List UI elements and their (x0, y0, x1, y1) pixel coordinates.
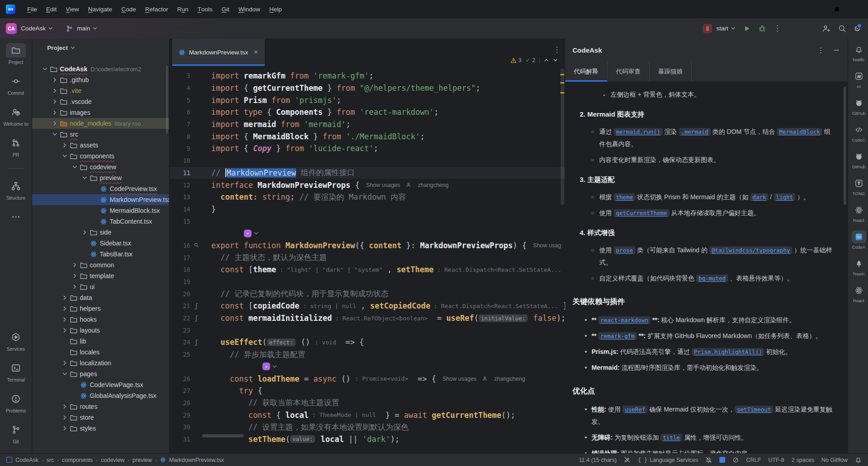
search-everywhere-button[interactable] (838, 25, 846, 33)
code-line-13[interactable]: 13 content: string; // 要渲染的 Markdown 内容 (170, 191, 565, 203)
code-line-29[interactable]: 29 const { local : ThemeMode | null } = … (170, 409, 565, 421)
code-line-17[interactable]: 17 // 主题状态，默认为深色主题 (170, 251, 565, 264)
status-bell-off[interactable] (705, 456, 712, 463)
menu-file[interactable]: File (23, 0, 42, 18)
inline-code-link[interactable]: bg-muted (696, 275, 728, 282)
inline-code-link[interactable]: useRef (622, 406, 647, 413)
usages-gutter-icon[interactable] (190, 242, 202, 248)
chevron-right-icon[interactable] (51, 99, 58, 104)
tree-row-markdownpreview.tsx[interactable]: MarkdownPreview.tsx (32, 194, 169, 205)
tree-row-src[interactable]: src (32, 129, 169, 140)
chevron-right-icon[interactable] (61, 415, 68, 420)
tool-button-github[interactable]: GitHub (849, 97, 868, 116)
status-blocked[interactable] (732, 457, 739, 463)
tree-row-routes[interactable]: routes (32, 401, 169, 412)
inspections-widget[interactable]: 3 ✓2 (510, 57, 558, 64)
tree-row-components[interactable]: components (32, 151, 169, 162)
status-bell[interactable] (855, 456, 862, 463)
chevron-down-icon[interactable] (61, 371, 68, 377)
chevron-right-icon[interactable] (61, 142, 68, 148)
tree-row-layouts[interactable]: layouts (32, 325, 169, 336)
inline-code-link[interactable]: setTimeout (735, 406, 773, 413)
code-line-14[interactable]: 14} (170, 203, 565, 216)
menu-run[interactable]: Run (173, 0, 193, 18)
inline-code-link[interactable]: Prism.highlightAll() (692, 348, 765, 356)
tree-row-.vscode[interactable]: .vscode (32, 96, 169, 107)
tree-row-template[interactable]: template (32, 270, 169, 281)
inline-code-link[interactable]: MermaidBlock (777, 128, 822, 136)
tree-row-locales[interactable]: locales (32, 347, 169, 358)
chevron-right-icon[interactable] (61, 404, 68, 409)
maximize-window-button[interactable] (826, 0, 847, 18)
tool-button-structure[interactable]: Structure (1, 179, 30, 201)
settings-button[interactable]: ⚙ (854, 24, 861, 33)
tree-row-lib[interactable]: lib (32, 336, 169, 347)
status-language-services[interactable]: { }Language Services (638, 457, 698, 463)
chevron-right-icon[interactable] (71, 284, 78, 289)
status-plugin-blue[interactable] (719, 457, 725, 463)
tool-button-ai[interactable]: AIAI (849, 70, 868, 89)
inline-code-link[interactable]: prose (614, 246, 635, 254)
code-line-3[interactable]: 3import remarkGfm from 'remark-gfm'; (170, 70, 565, 82)
react-hook-gutter-icon[interactable]: ʃ (190, 302, 202, 309)
chevron-down-icon[interactable] (81, 175, 88, 181)
minimize-panel-icon[interactable] (834, 47, 839, 53)
tool-button-react[interactable]: React (849, 284, 868, 303)
tool-button-services[interactable]: Services (1, 330, 30, 352)
status-pencil-off[interactable] (624, 456, 630, 463)
chevron-right-icon[interactable] (61, 306, 68, 311)
chevron-right-icon[interactable] (61, 360, 68, 366)
codeask-tab-暴躁猫娘[interactable]: 暴躁猫娘 (650, 61, 692, 82)
close-window-button[interactable] (847, 0, 868, 18)
inline-code-link[interactable]: dark (750, 193, 768, 201)
breadcrumb-item[interactable]: src (46, 457, 54, 463)
tree-row-codeask[interactable]: CodeAskD:\codes\electron\2 (32, 64, 169, 74)
tree-scrollbar[interactable] (166, 66, 168, 134)
code-line-4[interactable]: 4import { getCurrentTheme } from "@/help… (170, 82, 565, 94)
tool-button-commit[interactable]: Commit (1, 74, 30, 96)
tree-row-images[interactable]: images (32, 107, 169, 118)
panel-scrollbar[interactable] (844, 87, 846, 205)
tree-row-mermaidblock.tsx[interactable]: MermaidBlock.tsx (32, 205, 169, 216)
chevron-right-icon[interactable] (71, 273, 78, 279)
code-line-28[interactable]: 28 // 获取当前本地主题设置 (170, 397, 565, 409)
prev-problem-icon[interactable] (544, 58, 549, 63)
tree-row-localization[interactable]: localization (32, 358, 169, 368)
tree-row-.vite[interactable]: .vite (32, 85, 169, 96)
tree-row-node-modules[interactable]: node_moduleslibrary roo (32, 118, 169, 129)
code-line-11[interactable]: 11// MarkdownPreview 组件的属性接口 (170, 167, 565, 179)
code-with-me-button[interactable] (822, 25, 830, 33)
minimize-window-button[interactable] (805, 0, 826, 18)
menu-edit[interactable]: Edit (42, 0, 61, 18)
editor-horizontal-scrollbar[interactable] (202, 434, 244, 437)
tree-row-assets[interactable]: assets (32, 140, 169, 151)
chevron-down-icon[interactable] (41, 66, 48, 72)
code-line-7[interactable]: 7import mermaid from 'mermaid'; (170, 118, 565, 131)
inline-code-link[interactable]: title (660, 434, 682, 441)
inline-code-link[interactable]: theme (614, 193, 635, 201)
tool-button-more[interactable] (1, 210, 30, 224)
breadcrumb-item[interactable]: components (62, 457, 93, 463)
project-widget[interactable]: CA CodeAsk (0, 23, 53, 34)
code-line-26[interactable]: 26 const loadTheme = async () : Promise<… (170, 373, 565, 385)
inline-code-link[interactable]: .mermaid (679, 128, 711, 136)
chevron-right-icon[interactable] (71, 262, 78, 268)
tree-row-ui[interactable]: ui (32, 281, 169, 292)
tree-row-codeviewpage.tsx[interactable]: CodeViewPage.tsx (32, 379, 169, 390)
chevron-down-icon[interactable] (253, 231, 259, 236)
editor-options-icon[interactable]: ⋮ (553, 45, 561, 54)
inline-code-link[interactable]: @tailwindcss/typography (709, 246, 792, 254)
webstorm-logo-icon[interactable]: WS (6, 5, 15, 14)
tree-row-hooks[interactable]: hooks (32, 314, 169, 325)
tool-button-tong[interactable]: TTONG (849, 177, 868, 196)
next-problem-icon[interactable] (553, 58, 558, 63)
tool-button-treein[interactable]: TreeIn (849, 257, 868, 276)
breadcrumb-item[interactable]: preview (132, 457, 152, 463)
chevron-right-icon[interactable] (81, 230, 88, 235)
code-line-8[interactable]: 8import { MermaidBlock } from './Mermaid… (170, 130, 565, 142)
tool-button-codea[interactable]: CACodeA (849, 231, 868, 250)
run-configuration-widget[interactable]: start (703, 24, 735, 33)
code-line-22[interactable]: 22ʃ const mermaidInitialized : React.Ref… (170, 312, 565, 324)
status-utf-8[interactable]: UTF-8 (768, 457, 784, 463)
chevron-right-icon[interactable] (51, 110, 58, 115)
